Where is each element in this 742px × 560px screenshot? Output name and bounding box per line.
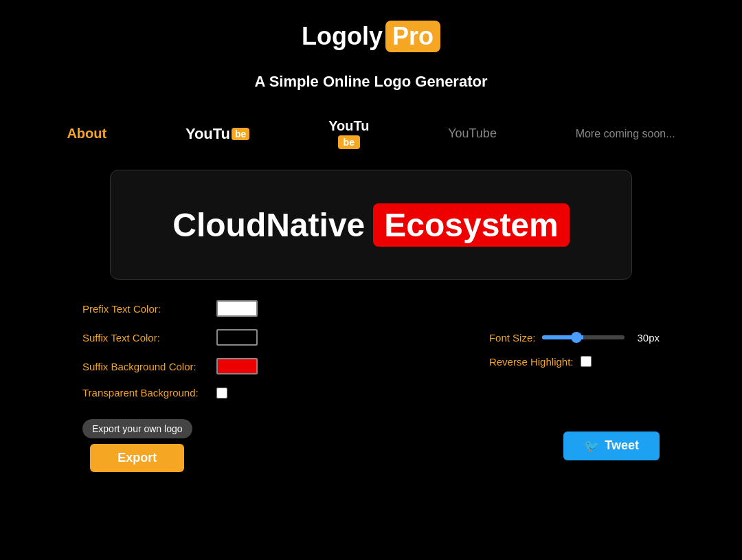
tagline: A Simple Online Logo Generator <box>0 73 742 91</box>
controls-left: Prefix Text Color: Suffix Text Color: Su… <box>82 300 258 399</box>
prefix-color-label: Prefix Text Color: <box>82 303 210 315</box>
suffix-bg-row: Suffix Background Color: <box>82 358 258 374</box>
prefix-color-swatch[interactable] <box>216 300 258 317</box>
header: Logoly Pro <box>0 0 742 66</box>
bottom-section: Export your own logo Export 🐦 Tweet <box>0 419 742 472</box>
prefix-color-row: Prefix Text Color: <box>82 300 258 317</box>
suffix-color-row: Suffix Text Color: <box>82 329 258 346</box>
nav-youtube1-prefix: YouTu <box>186 125 230 143</box>
nav-more: More coming soon... <box>576 128 675 140</box>
logo-badge: Pro <box>385 21 440 52</box>
nav-youtube-style2[interactable]: YouTu be <box>328 118 369 149</box>
suffix-color-label: Suffix Text Color: <box>82 332 210 344</box>
transparent-bg-checkbox[interactable] <box>216 388 227 399</box>
controls-right: Font Size: 30px Reverse Highlight: <box>489 300 660 399</box>
font-size-slider[interactable] <box>542 335 625 339</box>
nav-youtube2-top: YouTu <box>328 118 369 134</box>
preview-suffix-text: Ecosystem <box>373 203 569 247</box>
font-size-row: Font Size: 30px <box>489 332 660 344</box>
export-button[interactable]: Export <box>90 444 184 472</box>
reverse-highlight-checkbox[interactable] <box>581 356 592 367</box>
suffix-bg-label: Suffix Background Color: <box>82 361 210 372</box>
nav-youtube-style1[interactable]: YouTu be <box>186 125 250 143</box>
export-section: Export your own logo Export <box>82 419 192 472</box>
preview-box: CloudNative Ecosystem <box>110 170 632 280</box>
export-tooltip: Export your own logo <box>82 419 192 438</box>
suffix-color-swatch[interactable] <box>216 329 258 346</box>
font-size-label: Font Size: <box>489 332 536 344</box>
preview-prefix-text: CloudNative <box>172 206 365 244</box>
transparent-bg-row: Transparent Background: <box>82 387 258 399</box>
reverse-highlight-row: Reverse Highlight: <box>489 356 660 368</box>
logo-text: Logoly <box>302 22 383 51</box>
suffix-bg-swatch[interactable] <box>216 358 258 374</box>
nav: About YouTu be YouTu be YouTube More com… <box>0 111 742 156</box>
nav-youtube2-badge: be <box>338 135 360 149</box>
nav-about[interactable]: About <box>67 126 106 142</box>
tweet-button[interactable]: 🐦 Tweet <box>563 432 660 460</box>
reverse-highlight-label: Reverse Highlight: <box>489 356 574 368</box>
transparent-bg-label: Transparent Background: <box>82 387 210 399</box>
twitter-icon: 🐦 <box>584 438 599 453</box>
nav-youtube-plain[interactable]: YouTube <box>448 126 497 141</box>
font-size-value: 30px <box>637 332 660 344</box>
preview-container: CloudNative Ecosystem <box>110 170 632 280</box>
controls: Prefix Text Color: Suffix Text Color: Su… <box>0 300 742 399</box>
tweet-label: Tweet <box>605 438 639 453</box>
nav-youtube1-badge: be <box>232 128 249 140</box>
